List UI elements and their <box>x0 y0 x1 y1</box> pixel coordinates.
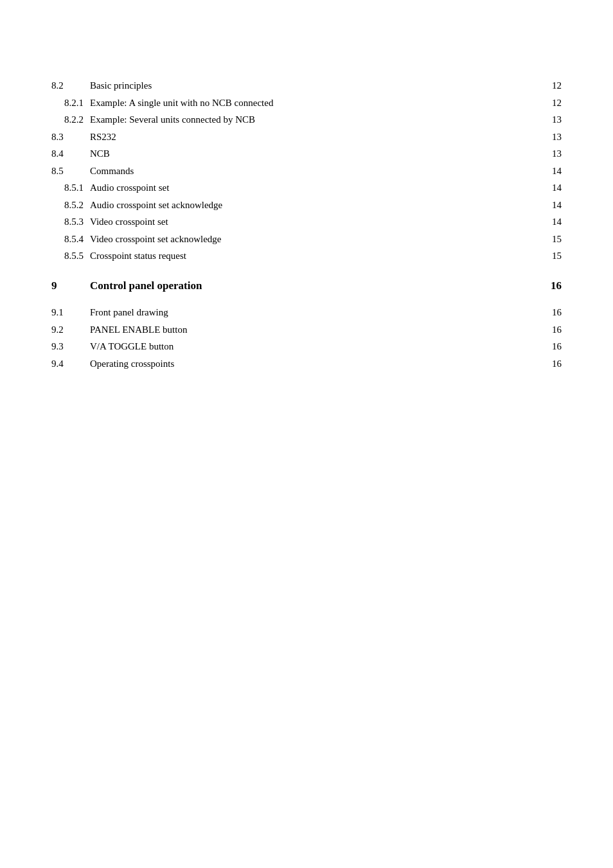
toc-title: Crosspoint status request <box>90 247 536 265</box>
toc-num: 8.2.2 <box>51 111 90 128</box>
toc-page: 14 <box>536 197 562 214</box>
toc-title: V/A TOGGLE button <box>90 338 536 355</box>
toc-title: Video crosspoint set <box>90 213 536 231</box>
toc-num: 8.5.5 <box>51 247 90 265</box>
toc-row: 9.3 V/A TOGGLE button 16 <box>51 338 562 355</box>
toc-title: Example: Several units connected by NCB <box>90 111 536 128</box>
toc-title: Operating crosspoints <box>90 355 536 373</box>
toc-num: 9.3 <box>51 338 90 355</box>
toc-title: Audio crosspoint set <box>90 179 536 197</box>
toc-page: 16 <box>536 355 562 373</box>
toc-row: 8.3 RS232 13 <box>51 128 562 146</box>
toc-title: Video crosspoint set acknowledge <box>90 231 536 248</box>
toc-table: 8.2 Basic principles 12 8.2.1 Example: A… <box>51 77 562 372</box>
toc-row: 9 Control panel operation 16 <box>51 271 562 298</box>
toc-row: 9.4 Operating crosspoints 16 <box>51 355 562 373</box>
toc-num: 8.3 <box>51 128 90 146</box>
toc-page: 15 <box>536 231 562 248</box>
toc-num: 9.1 <box>51 304 90 321</box>
toc-num: 8.5.1 <box>51 179 90 197</box>
toc-row: 8.4 NCB 13 <box>51 145 562 163</box>
toc-num: 9.4 <box>51 355 90 373</box>
toc-page: 16 <box>536 271 562 298</box>
toc-row: 8.5.2 Audio crosspoint set acknowledge 1… <box>51 197 562 214</box>
toc-row: 8.2.1 Example: A single unit with no NCB… <box>51 94 562 112</box>
toc-row: 8.5.1 Audio crosspoint set 14 <box>51 179 562 197</box>
toc-title: PANEL ENABLE button <box>90 321 536 339</box>
toc-page: 16 <box>536 321 562 339</box>
toc-num: 8.2 <box>51 77 90 94</box>
toc-title: NCB <box>90 145 536 163</box>
toc-row: 9.2 PANEL ENABLE button 16 <box>51 321 562 339</box>
toc-page: 14 <box>536 179 562 197</box>
toc-title: Commands <box>90 163 536 180</box>
toc-title: Basic principles <box>90 77 536 94</box>
toc-title: Example: A single unit with no NCB conne… <box>90 94 536 112</box>
toc-row: 8.5.5 Crosspoint status request 15 <box>51 247 562 265</box>
toc-row: 8.2 Basic principles 12 <box>51 77 562 94</box>
toc-page: 16 <box>536 338 562 355</box>
toc-title: Audio crosspoint set acknowledge <box>90 197 536 214</box>
toc-page: 14 <box>536 213 562 231</box>
toc-num: 8.5.2 <box>51 197 90 214</box>
toc-row: 8.5.4 Video crosspoint set acknowledge 1… <box>51 231 562 248</box>
toc-row: 8.5 Commands 14 <box>51 163 562 180</box>
toc-num: 9.2 <box>51 321 90 339</box>
toc-page: 12 <box>536 77 562 94</box>
toc-page: 13 <box>536 145 562 163</box>
toc-page: 13 <box>536 111 562 128</box>
toc-num: 8.5 <box>51 163 90 180</box>
toc-row: 9.1 Front panel drawing 16 <box>51 304 562 321</box>
toc-page: 16 <box>536 304 562 321</box>
toc-num: 8.5.3 <box>51 213 90 231</box>
toc-num: 8.2.1 <box>51 94 90 112</box>
toc-row: 8.2.2 Example: Several units connected b… <box>51 111 562 128</box>
toc-page: 14 <box>536 163 562 180</box>
toc-title: RS232 <box>90 128 536 146</box>
toc-title: Control panel operation <box>90 271 536 298</box>
toc-row: 8.5.3 Video crosspoint set 14 <box>51 213 562 231</box>
toc-page: 13 <box>536 128 562 146</box>
toc-num: 8.4 <box>51 145 90 163</box>
toc-num: 9 <box>51 271 90 298</box>
toc-num: 8.5.4 <box>51 231 90 248</box>
toc-page: 12 <box>536 94 562 112</box>
toc-page: 15 <box>536 247 562 265</box>
toc-title: Front panel drawing <box>90 304 536 321</box>
